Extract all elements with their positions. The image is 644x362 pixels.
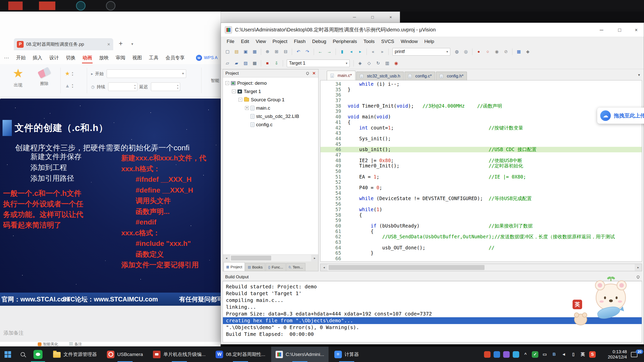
close-button[interactable]: × (629, 23, 644, 37)
stop-build-icon[interactable]: ■ (263, 60, 271, 67)
smart-animation-label[interactable]: 智能 (211, 78, 219, 83)
taskbar-app-uvision[interactable]: C:\Users\Admini... (271, 347, 329, 362)
redo-icon[interactable]: ↷ (303, 48, 311, 56)
taskbar-app-isp[interactable]: 单片机在线升级编... (149, 347, 210, 362)
breakpoint-icon[interactable]: ● (475, 48, 483, 56)
document-tab[interactable]: P 08.定时器周期性调度任务.pp × (14, 38, 113, 50)
wps-menu-item[interactable]: 切换 (62, 52, 79, 64)
debug-session-icon[interactable]: ◉ (392, 60, 400, 67)
chat-app-button[interactable] (30, 347, 46, 362)
panel-tab-Project[interactable]: ▦Project (224, 262, 245, 271)
tray-sogou-icon[interactable]: S (589, 351, 596, 358)
tray-lang-indicator[interactable]: 英 (580, 351, 586, 358)
find-text-combo[interactable]: printf▾ (392, 48, 450, 56)
tray-usb-device-icon[interactable]: ▯ (570, 351, 577, 358)
wps-menu-item[interactable]: 放映 (96, 52, 112, 64)
wps-menu-item[interactable]: 开始 (13, 52, 29, 64)
uvision-titlebar[interactable]: C:\Users\Administrator\Desktop\08.定时器周期性… (221, 23, 644, 37)
menu-svcs[interactable]: SVCS (378, 39, 397, 44)
build-output-log[interactable]: Rebuild started: Project: demoRebuild ta… (223, 281, 642, 342)
maximize-icon[interactable]: □ (364, 12, 382, 23)
editor-tab-main.c-[interactable]: main.c* (327, 71, 355, 80)
scrollbar-thumb[interactable] (231, 256, 271, 260)
minimize-button[interactable]: ─ (592, 23, 611, 37)
start-button[interactable] (0, 347, 16, 362)
tray-purple-app-icon[interactable] (503, 351, 510, 358)
menu-file[interactable]: File (223, 39, 238, 44)
breakpoint-kill-icon[interactable]: ⊘ (502, 48, 510, 56)
wps-menu-item[interactable]: 设计 (46, 52, 62, 64)
menu-tools[interactable]: Tools (360, 39, 378, 44)
tray-display-icon[interactable]: ▭ (541, 351, 548, 358)
file-extensions-icon[interactable]: ◇ (365, 60, 373, 67)
tree-expander-icon[interactable]: - (238, 98, 242, 102)
tray-volume-icon[interactable]: ◄ (560, 351, 567, 358)
taskbar-app-folder[interactable]: 文件资源管理器 (49, 347, 101, 362)
project-hscrollbar[interactable]: ◂ ▸ (223, 254, 318, 261)
save-icon[interactable]: ▣ (242, 48, 250, 56)
appear-animation-icon[interactable]: ★ (8, 65, 29, 82)
cut-icon[interactable]: ⊗ (263, 48, 271, 56)
tab-close-icon[interactable]: × (107, 41, 110, 47)
window-layout-icon[interactable]: ▦ (515, 48, 523, 56)
target-select[interactable]: Target 1▾ (287, 60, 350, 67)
code-editor[interactable]: 34 while (i) i--;35}363738void Timer0_In… (320, 80, 642, 262)
bookmark-icon[interactable]: ▮ (338, 48, 346, 56)
tree-item-main.c[interactable]: +main.c (223, 104, 318, 112)
build-icon[interactable]: ▰ (232, 60, 240, 67)
delay-input[interactable]: ▴▾ (151, 82, 180, 91)
menu-flash[interactable]: Flash (291, 39, 309, 44)
manage-books-icon[interactable]: ▥ (383, 60, 391, 67)
animation-start-select[interactable]: ▾ (107, 69, 186, 78)
menu-window[interactable]: Window (397, 39, 421, 44)
taskbar-app-calc[interactable]: =计算器 (330, 347, 363, 362)
wps-menu-item[interactable]: 视图 (129, 52, 145, 64)
build-log-line[interactable]: ".\Objects\demo" - 0 Error(s), 0 Warning… (223, 324, 642, 331)
tray-caret-up-icon[interactable]: ^ (522, 351, 529, 358)
undo-icon[interactable]: ↶ (294, 48, 302, 56)
tree-expander-icon[interactable]: + (245, 106, 249, 110)
bookmark-next-icon[interactable]: ▸ (356, 48, 364, 56)
menu-help[interactable]: Help (421, 39, 437, 44)
notes-toggle-button[interactable]: 备注 (69, 342, 82, 346)
indent-right-icon[interactable]: » (378, 48, 386, 56)
duration-input[interactable]: ▴▾ (108, 82, 137, 91)
copy-icon[interactable]: ⊞ (272, 48, 280, 56)
editor-tab-stc32_stc8_usb.h[interactable]: stc32_stc8_usb.h (356, 72, 404, 80)
panel-tab-Tem-[interactable]: 0,Tem... (286, 263, 306, 271)
editor-hscrollbar[interactable]: ◂ ▸ (320, 264, 642, 271)
tree-item-stc_usb_cdc_32.LIB[interactable]: stc_usb_cdc_32.LIB (223, 112, 318, 120)
nav-forward-icon[interactable]: → (325, 48, 333, 56)
build-log-line[interactable]: Rebuild started: Project: demo (223, 283, 642, 290)
panel-close-icon[interactable]: ✕ (312, 71, 316, 76)
refresh-icon[interactable]: ↻ (374, 60, 382, 67)
menu-debug[interactable]: Debug (309, 39, 330, 44)
bookmark-prev-icon[interactable]: ◂ (347, 48, 355, 56)
build-log-line[interactable]: compiling main.c... (223, 297, 642, 304)
find-in-files-icon[interactable]: ◎ (462, 48, 470, 56)
taskbar-app-wps[interactable]: W08.定时器周期性... (211, 347, 269, 362)
tree-item-config.c[interactable]: config.c (223, 120, 318, 129)
configure-icon[interactable]: ◆ (524, 48, 532, 56)
scroll-right-icon[interactable]: ▸ (635, 264, 642, 271)
wps-menu-item[interactable]: 动画 (79, 52, 96, 64)
tray-shield-check-icon[interactable]: ✓ (532, 351, 538, 358)
drag-upload-overlay[interactable]: ☁ 拖拽至此上传 (597, 108, 644, 124)
tray-bluetooth-icon[interactable]: B (551, 351, 557, 358)
menu-view[interactable]: View (252, 39, 269, 44)
gallery-stepper-icons[interactable]: ▴▾ (72, 71, 73, 76)
wps-menu-item[interactable]: 插入 (29, 52, 46, 64)
tree-item-Project-demo[interactable]: -Project: demo (223, 79, 318, 87)
find-next-icon[interactable]: ◍ (453, 48, 461, 56)
batch-build-icon[interactable]: ▩ (251, 60, 259, 67)
panel-tab-Func-[interactable]: {}Func... (266, 263, 286, 271)
editor-tab-config.c-[interactable]: config.c* (405, 72, 435, 80)
build-log-line[interactable]: Rebuild target 'Target 1' (223, 290, 642, 297)
wps-menu-item[interactable]: 会员专享 (162, 52, 188, 64)
tab-list-chevron-icon[interactable]: ▾ (131, 42, 133, 46)
slide-canvas[interactable]: 文件的创建（.c和.h） 创建程序文件三步，把硬件需要的初始化弄一个confi … (0, 99, 221, 306)
stepper-icons[interactable]: ▴▾ (177, 84, 178, 90)
nav-back-icon[interactable]: ← (316, 48, 324, 56)
build-log-line[interactable]: linking... (223, 304, 642, 310)
triangle-animation-icon[interactable]: ▲ (65, 83, 70, 89)
